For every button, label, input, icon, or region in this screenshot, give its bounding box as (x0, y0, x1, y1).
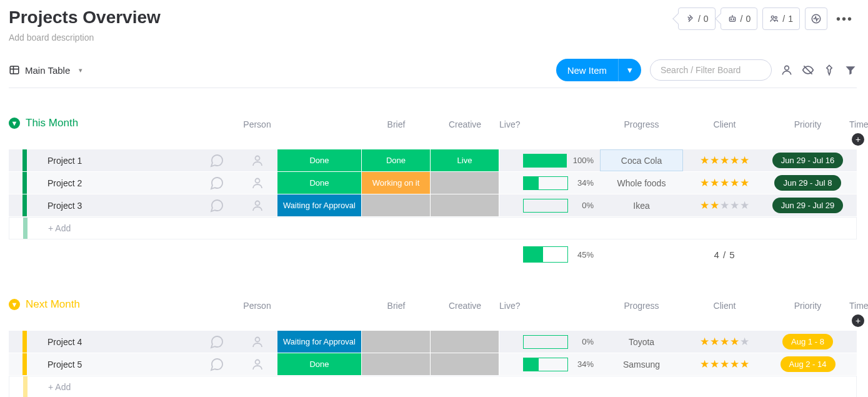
status-brief[interactable]: Done (277, 172, 362, 194)
status-live[interactable] (431, 172, 499, 194)
col-timeline[interactable]: Timeline (849, 116, 867, 133)
progress-cell[interactable]: 34% (517, 176, 600, 190)
status-brief[interactable]: Done (277, 149, 362, 171)
item-name[interactable]: Project 5 (36, 359, 196, 369)
hide-columns[interactable] (802, 64, 814, 76)
col-priority[interactable]: Priority (766, 297, 849, 314)
group-title[interactable]: This Month (26, 117, 78, 129)
col-creative[interactable]: Creative (431, 116, 499, 133)
summary-priority: 4 / 5 (683, 249, 766, 260)
col-client[interactable]: Client (683, 297, 766, 314)
integrations-chip[interactable]: / 0 (678, 8, 716, 30)
status-creative[interactable]: Working on it (362, 172, 431, 194)
priority-cell[interactable]: ★★★★★ (683, 358, 766, 371)
person-cell[interactable] (237, 176, 277, 191)
search-input[interactable] (650, 59, 772, 81)
status-creative[interactable] (362, 331, 431, 353)
automations-chip[interactable]: / 0 (721, 8, 758, 30)
chat-button[interactable] (196, 176, 237, 191)
client-cell[interactable]: Ikea (600, 194, 683, 216)
chat-button[interactable] (196, 153, 237, 168)
priority-cell[interactable]: ★★★★★ (683, 199, 766, 212)
timeline-cell[interactable]: Jun 29 - Jul 29 (766, 198, 849, 213)
status-brief[interactable]: Waiting for Approval (277, 331, 362, 353)
item-name[interactable]: Project 1 (36, 156, 196, 166)
client-cell[interactable]: Coca Cola (600, 149, 683, 171)
status-live[interactable] (431, 353, 499, 375)
col-timeline[interactable]: Timeline (849, 297, 867, 314)
table-icon (9, 64, 20, 76)
collapse-toggle[interactable]: ▼ (9, 118, 20, 129)
client-cell[interactable]: Whole foods (600, 172, 683, 194)
add-column-button[interactable]: + (852, 314, 864, 327)
status-brief[interactable]: Done (277, 353, 362, 375)
add-column-button[interactable]: + (852, 133, 864, 146)
page-title: Projects Overview (9, 8, 161, 28)
status-live[interactable] (431, 331, 499, 353)
item-name[interactable]: Project 2 (36, 178, 196, 188)
add-row[interactable]: + Add (9, 376, 857, 397)
table-row[interactable]: Project 4 Waiting for Approval 0% Toyota… (9, 331, 857, 353)
col-live[interactable]: Live? (499, 116, 517, 133)
person-cell[interactable] (237, 357, 277, 372)
table-row[interactable]: Project 2 Done Working on it 34% Whole f… (9, 172, 857, 194)
col-brief[interactable]: Brief (362, 297, 431, 314)
table-row[interactable]: Project 1 Done Done Live 100% Coca Cola … (9, 149, 857, 172)
new-item-dropdown[interactable]: ▾ (618, 59, 641, 81)
status-creative[interactable] (362, 194, 431, 216)
status-live[interactable] (431, 194, 499, 216)
client-cell[interactable]: Samsung (600, 353, 683, 375)
progress-cell[interactable]: 0% (517, 199, 600, 213)
col-client[interactable]: Client (683, 116, 766, 133)
status-creative[interactable] (362, 353, 431, 375)
timeline-cell[interactable]: Jun 29 - Jul 16 (766, 153, 849, 168)
group-title[interactable]: Next Month (26, 298, 80, 311)
new-item-button[interactable]: New Item ▾ (556, 59, 641, 81)
collapse-toggle[interactable]: ▼ (9, 299, 20, 310)
progress-cell[interactable]: 34% (517, 358, 600, 371)
members-chip[interactable]: / 1 (762, 8, 800, 30)
item-name[interactable]: Project 4 (36, 337, 196, 347)
client-cell[interactable]: Toyota (600, 331, 683, 353)
add-row[interactable]: + Add (9, 217, 857, 239)
view-selector[interactable]: Main Table ▾ (9, 64, 82, 76)
more-menu[interactable]: ••• (832, 12, 857, 26)
person-cell[interactable] (237, 334, 277, 349)
person-cell[interactable] (237, 198, 277, 213)
timeline-cell[interactable]: Jun 29 - Jul 8 (766, 175, 849, 191)
priority-cell[interactable]: ★★★★★ (683, 176, 766, 189)
col-priority[interactable]: Priority (766, 116, 849, 133)
col-creative[interactable]: Creative (431, 297, 499, 314)
table-row[interactable]: Project 3 Waiting for Approval 0% Ikea ★… (9, 194, 857, 217)
priority-cell[interactable]: ★★★★★ (683, 154, 766, 167)
chat-button[interactable] (196, 334, 237, 349)
item-name[interactable]: Project 3 (36, 201, 196, 211)
timeline-cell[interactable]: Aug 1 - 8 (766, 334, 849, 349)
chat-button[interactable] (196, 357, 237, 372)
person-filter[interactable] (781, 64, 793, 76)
col-brief[interactable]: Brief (362, 116, 431, 133)
timeline-cell[interactable]: Aug 2 - 14 (766, 356, 849, 372)
col-live[interactable]: Live? (499, 297, 517, 314)
col-progress[interactable]: Progress (600, 116, 683, 133)
progress-cell[interactable]: 100% (517, 154, 600, 168)
status-live[interactable]: Live (431, 149, 499, 171)
col-person[interactable]: Person (237, 297, 277, 314)
status-creative[interactable]: Done (362, 149, 431, 171)
chat-button[interactable] (196, 198, 237, 213)
progress-cell[interactable]: 0% (517, 335, 600, 349)
robot-icon (727, 14, 737, 24)
new-item-main[interactable]: New Item (556, 59, 618, 81)
status-brief[interactable]: Waiting for Approval (277, 194, 362, 216)
filter-button[interactable] (844, 64, 857, 76)
priority-cell[interactable]: ★★★★★ (683, 335, 766, 348)
board-description[interactable]: Add board description (9, 33, 161, 43)
person-cell[interactable] (237, 153, 277, 168)
activity-button[interactable] (805, 8, 827, 30)
pin-button[interactable] (823, 64, 836, 76)
col-progress[interactable]: Progress (600, 297, 683, 314)
svg-point-2 (733, 19, 734, 19)
row-color-bar (22, 353, 27, 375)
col-person[interactable]: Person (237, 116, 277, 133)
table-row[interactable]: Project 5 Done 34% Samsung ★★★★★ Aug 2 -… (9, 353, 857, 376)
